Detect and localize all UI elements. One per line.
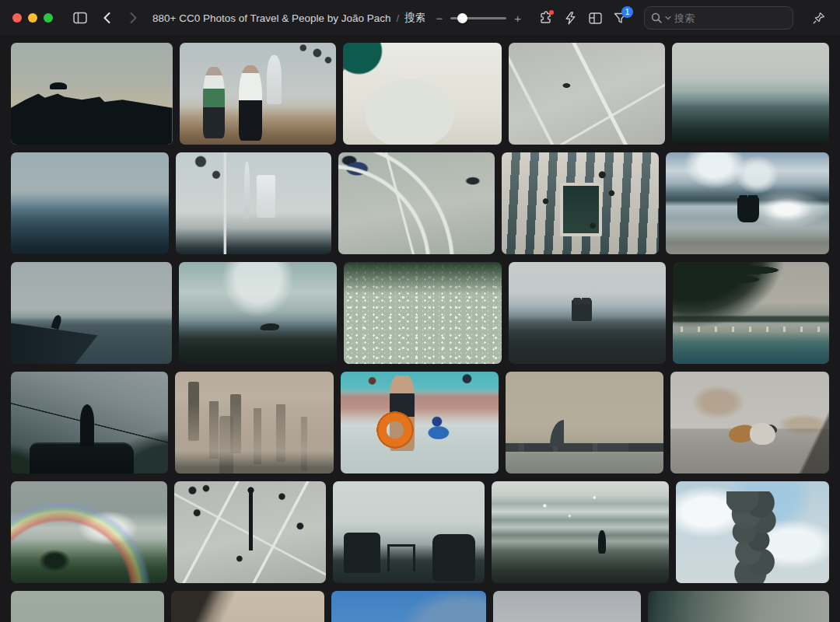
minimize-button[interactable] [28, 13, 37, 23]
zoom-slider[interactable] [450, 17, 506, 19]
breadcrumb-title: 880+ CC0 Photos of Travel & People by Jo… [152, 12, 391, 24]
photo-thumbnail[interactable] [502, 152, 659, 254]
photo-thumbnail[interactable] [11, 591, 164, 622]
search-scope-chevron-icon[interactable] [665, 16, 671, 20]
photo-thumbnail[interactable] [341, 372, 498, 473]
photo-thumbnail[interactable] [11, 372, 168, 473]
photo-thumbnail[interactable] [180, 43, 337, 145]
breadcrumb: 880+ CC0 Photos of Travel & People by Jo… [152, 11, 425, 25]
toolbar-icons: 1 [535, 8, 630, 28]
breadcrumb-current: 搜索结果 (219 [404, 11, 425, 25]
photo-thumbnail[interactable] [492, 481, 669, 583]
zoom-slider-knob[interactable] [457, 13, 467, 23]
photo-thumbnail[interactable] [670, 372, 829, 473]
photo-thumbnail[interactable] [179, 262, 337, 364]
zoom-in-button[interactable]: + [514, 12, 521, 25]
photo-thumbnail[interactable] [11, 481, 167, 583]
zoom-out-button[interactable]: − [436, 12, 443, 25]
photo-thumbnail[interactable] [666, 152, 829, 254]
photo-thumbnail[interactable] [331, 591, 486, 622]
layout-icon[interactable] [585, 8, 605, 28]
traffic-lights [12, 13, 53, 23]
photo-thumbnail[interactable] [493, 591, 640, 622]
gallery-row [11, 591, 829, 622]
photo-thumbnail[interactable] [171, 591, 324, 622]
photo-thumbnail[interactable] [676, 481, 829, 583]
pin-icon[interactable] [809, 8, 829, 28]
photo-thumbnail[interactable] [344, 262, 502, 364]
gallery-row [11, 262, 829, 364]
photo-thumbnail[interactable] [509, 262, 666, 364]
filter-icon[interactable]: 1 [610, 8, 630, 28]
forward-button[interactable] [123, 8, 143, 28]
extensions-badge-dot [549, 10, 554, 15]
gallery-row [11, 481, 829, 583]
photo-grid [0, 37, 840, 622]
photo-thumbnail[interactable] [648, 591, 829, 622]
gallery-row [11, 372, 829, 473]
sidebar-toggle-icon[interactable] [70, 8, 90, 28]
photo-thumbnail[interactable] [338, 152, 495, 254]
search-box[interactable] [644, 6, 793, 30]
close-button[interactable] [12, 13, 22, 23]
search-input[interactable] [674, 12, 786, 24]
photo-thumbnail[interactable] [11, 262, 172, 364]
photo-thumbnail[interactable] [672, 43, 829, 145]
quick-actions-icon[interactable] [560, 8, 580, 28]
photo-thumbnail[interactable] [11, 43, 173, 145]
gallery-row [11, 152, 829, 254]
photo-thumbnail[interactable] [175, 372, 334, 473]
gallery-row [11, 43, 829, 145]
photo-thumbnail[interactable] [509, 43, 666, 145]
photo-thumbnail[interactable] [673, 262, 829, 364]
filter-badge: 1 [621, 6, 633, 18]
runner-silhouette [239, 65, 262, 141]
zoom-button[interactable] [44, 13, 53, 23]
breadcrumb-separator: / [397, 12, 400, 24]
extensions-icon[interactable] [535, 8, 555, 28]
search-icon [651, 12, 662, 23]
photo-thumbnail[interactable] [343, 43, 502, 145]
photo-thumbnail[interactable] [174, 481, 326, 583]
back-button[interactable] [96, 8, 117, 28]
title-bar: 880+ CC0 Photos of Travel & People by Jo… [0, 0, 840, 37]
photo-thumbnail[interactable] [506, 372, 663, 473]
photo-thumbnail[interactable] [11, 152, 169, 254]
thumbnail-zoom-control: − + [436, 12, 521, 25]
runner-silhouette [203, 67, 225, 138]
photo-thumbnail[interactable] [333, 481, 485, 583]
photo-thumbnail[interactable] [176, 152, 331, 254]
